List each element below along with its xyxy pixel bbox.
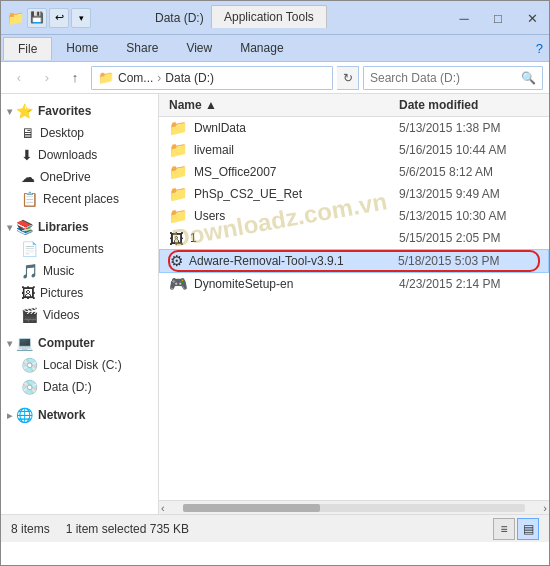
file-row-adware[interactable]: ⚙ Adware-Removal-Tool-v3.9.1 5/18/2015 5… xyxy=(159,249,549,273)
refresh-button[interactable]: ↻ xyxy=(337,66,359,90)
file-date-adware: 5/18/2015 5:03 PM xyxy=(398,254,538,268)
libraries-section-icon: 📚 xyxy=(16,219,33,235)
app-tools-tab[interactable]: Application Tools xyxy=(211,5,327,28)
title-bar: 📁 💾 ↩ ▾ Data (D:) Application Tools ─ □ … xyxy=(1,1,549,35)
sidebar-item-documents[interactable]: 📄 Documents xyxy=(1,238,158,260)
qa-dropdown[interactable]: ▾ xyxy=(71,8,91,28)
image-icon-1: 🖼 xyxy=(169,230,184,247)
scroll-track xyxy=(183,504,526,512)
file-date-livemail: 5/16/2015 10:44 AM xyxy=(399,143,539,157)
downloads-label: Downloads xyxy=(38,148,97,162)
file-row-dynomite[interactable]: 🎮 DynomiteSetup-en 4/23/2015 2:14 PM xyxy=(159,273,549,295)
path-part-1: Com... xyxy=(118,71,153,85)
item-count: 8 items xyxy=(11,522,50,536)
file-row-dwnldata[interactable]: 📁 DwnlData 5/13/2015 1:38 PM xyxy=(159,117,549,139)
file-name-dynomite: DynomiteSetup-en xyxy=(194,277,399,291)
folder-icon-users: 📁 xyxy=(169,207,188,225)
sidebar-item-recent[interactable]: 📋 Recent places xyxy=(1,188,158,210)
forward-button[interactable]: › xyxy=(35,66,59,90)
file-name-adware: Adware-Removal-Tool-v3.9.1 xyxy=(189,254,398,268)
file-date-dwnldata: 5/13/2015 1:38 PM xyxy=(399,121,539,135)
col-date-header: Date modified xyxy=(399,98,539,112)
folder-icon-livemail: 📁 xyxy=(169,141,188,159)
sidebar-item-desktop[interactable]: 🖥 Desktop xyxy=(1,122,158,144)
tab-file[interactable]: File xyxy=(3,37,52,60)
file-row-users[interactable]: 📁 Users 5/13/2015 10:30 AM xyxy=(159,205,549,227)
file-date-img1: 5/15/2015 2:05 PM xyxy=(399,231,539,245)
details-view-button[interactable]: ▤ xyxy=(517,518,539,540)
path-part-2: Data (D:) xyxy=(165,71,214,85)
file-date-phsp: 9/13/2015 9:49 AM xyxy=(399,187,539,201)
sidebar-section-network: ▸ 🌐 Network xyxy=(1,404,158,426)
horizontal-scrollbar[interactable]: ‹ › xyxy=(159,500,549,514)
help-icon[interactable]: ? xyxy=(536,41,543,56)
maximize-button[interactable]: □ xyxy=(481,1,515,35)
search-input[interactable] xyxy=(370,71,521,85)
tab-share[interactable]: Share xyxy=(112,37,172,59)
file-name-img1: 1 xyxy=(190,231,399,245)
file-date-msoffice: 5/6/2015 8:12 AM xyxy=(399,165,539,179)
exe-icon-adware: ⚙ xyxy=(170,252,183,270)
save-qa-btn[interactable]: 💾 xyxy=(27,8,47,28)
downloads-icon: ⬇ xyxy=(21,147,33,163)
ribbon-tab-bar: File Home Share View Manage ? xyxy=(1,35,549,61)
tab-view[interactable]: View xyxy=(172,37,226,59)
file-area: Name ▲ Date modified 📁 DwnlData 5/13/201… xyxy=(159,94,549,514)
up-button[interactable]: ↑ xyxy=(63,66,87,90)
tab-home[interactable]: Home xyxy=(52,37,112,59)
tab-manage[interactable]: Manage xyxy=(226,37,297,59)
music-icon: 🎵 xyxy=(21,263,38,279)
desktop-icon: 🖥 xyxy=(21,125,35,141)
address-path[interactable]: 📁 Com... › Data (D:) xyxy=(91,66,333,90)
favorites-label: Favorites xyxy=(38,104,91,118)
file-row-msoffice[interactable]: 📁 MS_Office2007 5/6/2015 8:12 AM xyxy=(159,161,549,183)
sidebar-item-downloads[interactable]: ⬇ Downloads xyxy=(1,144,158,166)
col-name-header: Name ▲ xyxy=(169,98,399,112)
scroll-right-btn[interactable]: › xyxy=(541,502,549,514)
minimize-button[interactable]: ─ xyxy=(447,1,481,35)
sidebar-section-favorites: ▾ ⭐ Favorites 🖥 Desktop ⬇ Downloads ☁ On… xyxy=(1,100,158,210)
scroll-left-btn[interactable]: ‹ xyxy=(159,502,167,514)
sidebar-item-music[interactable]: 🎵 Music xyxy=(1,260,158,282)
sidebar-item-videos[interactable]: 🎬 Videos xyxy=(1,304,158,326)
network-expand-icon: ▸ xyxy=(7,410,12,421)
file-row-livemail[interactable]: 📁 livemail 5/16/2015 10:44 AM xyxy=(159,139,549,161)
recent-icon: 📋 xyxy=(21,191,38,207)
libraries-label: Libraries xyxy=(38,220,89,234)
sidebar-header-favorites[interactable]: ▾ ⭐ Favorites xyxy=(1,100,158,122)
close-button[interactable]: ✕ xyxy=(515,1,549,35)
sidebar-item-pictures[interactable]: 🖼 Pictures xyxy=(1,282,158,304)
videos-icon: 🎬 xyxy=(21,307,38,323)
file-row-img1[interactable]: 🖼 1 5/15/2015 2:05 PM xyxy=(159,227,549,249)
search-box[interactable]: 🔍 xyxy=(363,66,543,90)
network-section-icon: 🌐 xyxy=(16,407,33,423)
undo-qa-btn[interactable]: ↩ xyxy=(49,8,69,28)
status-info: 8 items 1 item selected 735 KB xyxy=(11,522,493,536)
list-view-button[interactable]: ≡ xyxy=(493,518,515,540)
pictures-icon: 🖼 xyxy=(21,285,35,301)
sidebar-item-localc[interactable]: 💿 Local Disk (C:) xyxy=(1,354,158,376)
favorites-expand-icon: ▾ xyxy=(7,106,12,117)
file-name-dwnldata: DwnlData xyxy=(194,121,399,135)
selected-info: 1 item selected 735 KB xyxy=(66,522,189,536)
sidebar-section-computer: ▾ 💻 Computer 💿 Local Disk (C:) 💿 Data (D… xyxy=(1,332,158,398)
file-date-dynomite: 4/23/2015 2:14 PM xyxy=(399,277,539,291)
documents-icon: 📄 xyxy=(21,241,38,257)
window-title: Data (D:) xyxy=(155,11,204,25)
computer-expand-icon: ▾ xyxy=(7,338,12,349)
sidebar-header-libraries[interactable]: ▾ 📚 Libraries xyxy=(1,216,158,238)
sidebar-header-network[interactable]: ▸ 🌐 Network xyxy=(1,404,158,426)
localc-label: Local Disk (C:) xyxy=(43,358,122,372)
sidebar-header-computer[interactable]: ▾ 💻 Computer xyxy=(1,332,158,354)
network-label: Network xyxy=(38,408,85,422)
sidebar-item-onedrive[interactable]: ☁ OneDrive xyxy=(1,166,158,188)
back-button[interactable]: ‹ xyxy=(7,66,31,90)
desktop-label: Desktop xyxy=(40,126,84,140)
file-row-phsp[interactable]: 📁 PhSp_CS2_UE_Ret 9/13/2015 9:49 AM xyxy=(159,183,549,205)
pictures-label: Pictures xyxy=(40,286,83,300)
file-name-livemail: livemail xyxy=(194,143,399,157)
sidebar-item-datad[interactable]: 💿 Data (D:) xyxy=(1,376,158,398)
address-bar: ‹ › ↑ 📁 Com... › Data (D:) ↻ 🔍 xyxy=(1,62,549,94)
scroll-thumb[interactable] xyxy=(183,504,320,512)
music-label: Music xyxy=(43,264,74,278)
